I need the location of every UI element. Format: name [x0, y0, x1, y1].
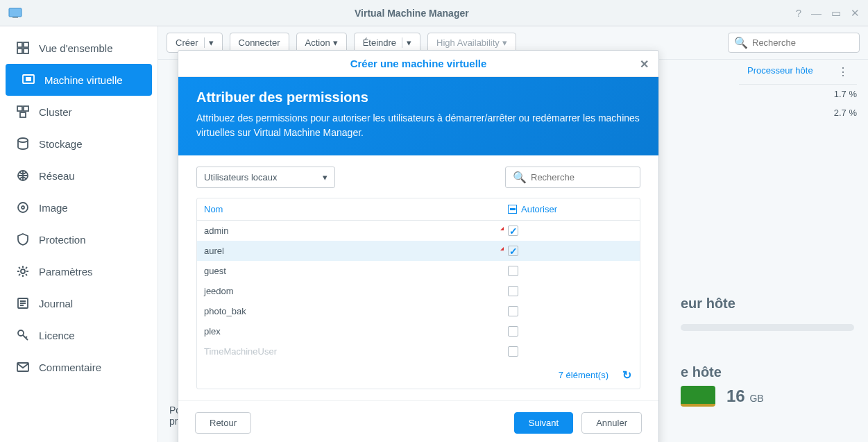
element-count: 7 élément(s) — [559, 370, 609, 380]
user-source-dropdown[interactable]: Utilisateurs locaux ▾ — [196, 167, 335, 188]
cpu-bar — [681, 324, 854, 331]
svg-point-13 — [18, 203, 28, 212]
authorize-checkbox[interactable] — [508, 326, 518, 337]
app-icon — [8, 8, 22, 19]
cpu-percent-row: 1.7 % — [739, 85, 857, 103]
host-cpu-column: Processeur hôte ⋮ — [739, 60, 857, 85]
sidebar-item-label: Image — [39, 202, 68, 214]
svg-point-14 — [22, 206, 24, 209]
sidebar-item-label: Licence — [39, 330, 75, 341]
modal-search[interactable]: 🔍 — [505, 167, 640, 188]
cluster-icon — [15, 105, 31, 118]
svg-rect-8 — [17, 106, 22, 111]
svg-point-11 — [18, 138, 28, 142]
modal-heading: Attribuer des permissions — [196, 90, 640, 105]
sidebar-item-label: Vue d'ensemble — [39, 42, 113, 54]
svg-rect-4 — [17, 49, 22, 53]
sidebar-item-comment[interactable]: Commentaire — [0, 351, 158, 383]
network-icon — [15, 169, 31, 182]
search-icon: 🔍 — [513, 171, 527, 184]
close-icon[interactable]: ✕ — [640, 58, 649, 71]
modal-description: Attribuez des permissions pour autoriser… — [196, 111, 640, 140]
authorize-checkbox[interactable] — [508, 266, 518, 276]
svg-rect-10 — [20, 112, 26, 117]
select-all-checkbox[interactable] — [508, 205, 517, 214]
next-button[interactable]: Suivant — [514, 412, 573, 434]
gear-icon — [15, 265, 31, 278]
authorize-checkbox[interactable] — [508, 246, 518, 256]
more-icon[interactable]: ⋮ — [831, 65, 849, 78]
help-icon[interactable]: ? — [796, 7, 801, 19]
cancel-button[interactable]: Annuler — [581, 412, 642, 434]
refresh-icon[interactable]: ↻ — [622, 368, 631, 382]
search-input[interactable] — [752, 37, 853, 48]
sidebar-item-image[interactable]: Image — [0, 192, 158, 223]
sidebar-item-label: Paramètres — [39, 266, 93, 278]
permission-row[interactable]: guest — [197, 261, 640, 281]
user-name: admin — [204, 226, 228, 236]
svg-rect-2 — [17, 42, 22, 47]
svg-rect-7 — [26, 77, 31, 81]
sidebar-item-network[interactable]: Réseau — [0, 160, 158, 192]
column-authorize[interactable]: Autoriser — [508, 204, 633, 214]
window-controls: ? ― ▭ ✕ — [796, 7, 860, 19]
sidebar-item-vm[interactable]: Machine virtuelle — [6, 64, 152, 96]
sidebar-item-label: Stockage — [39, 138, 83, 150]
permission-row[interactable]: aurel — [197, 241, 640, 261]
svg-point-17 — [18, 330, 24, 336]
vm-icon — [21, 74, 36, 86]
sidebar-item-settings[interactable]: Paramètres — [0, 255, 158, 287]
authorize-checkbox[interactable] — [508, 226, 518, 236]
svg-rect-5 — [24, 49, 28, 53]
user-name: TimeMachineUser — [204, 346, 277, 357]
sidebar-item-protection[interactable]: Protection — [0, 223, 158, 255]
mail-icon — [15, 361, 31, 373]
log-icon — [15, 297, 31, 309]
flag-icon — [500, 247, 504, 250]
authorize-checkbox[interactable] — [508, 306, 518, 316]
user-name: guest — [204, 266, 226, 276]
maximize-icon[interactable]: ▭ — [831, 7, 841, 19]
sidebar-item-label: Journal — [39, 298, 73, 309]
title-bar: Virtual Machine Manager ? ― ▭ ✕ — [0, 0, 868, 26]
minimize-icon[interactable]: ― — [811, 7, 822, 19]
authorize-checkbox[interactable] — [508, 286, 518, 296]
permission-row[interactable]: TimeMachineUser — [197, 341, 640, 362]
svg-rect-9 — [24, 106, 28, 111]
modal-title-bar: Créer une machine virtuelle ✕ — [178, 51, 658, 77]
sidebar-item-overview[interactable]: Vue d'ensemble — [0, 32, 158, 64]
permission-row[interactable]: photo_bak — [197, 301, 640, 321]
sidebar-item-label: Réseau — [39, 170, 75, 182]
protection-icon — [15, 233, 31, 246]
svg-rect-0 — [9, 8, 22, 17]
cpu-percent-row: 2.7 % — [739, 103, 857, 122]
toolbar-search[interactable]: 🔍 — [728, 33, 860, 53]
storage-icon — [15, 137, 31, 150]
sidebar-item-license[interactable]: Licence — [0, 319, 158, 351]
dashboard-icon — [15, 42, 31, 54]
cpu-chip-icon — [681, 386, 715, 407]
permission-row[interactable]: plex — [197, 321, 640, 341]
user-name: jeedom — [204, 286, 234, 296]
key-icon — [15, 329, 31, 341]
svg-rect-3 — [24, 42, 28, 47]
permissions-table: Nom Autoriser adminaurelguestjeedomphoto… — [196, 198, 640, 389]
user-name: aurel — [204, 246, 224, 256]
column-name[interactable]: Nom — [204, 204, 508, 214]
sidebar-item-storage[interactable]: Stockage — [0, 128, 158, 160]
permission-row[interactable]: admin — [197, 221, 640, 241]
authorize-checkbox[interactable] — [508, 346, 518, 357]
sidebar-item-log[interactable]: Journal — [0, 287, 158, 319]
back-button[interactable]: Retour — [195, 412, 251, 434]
sidebar-item-label: Commentaire — [39, 362, 101, 373]
modal-hero: Attribuer des permissions Attribuez des … — [178, 77, 658, 155]
permission-row[interactable]: jeedom — [197, 281, 640, 301]
flag-icon — [500, 227, 504, 230]
close-window-icon[interactable]: ✕ — [851, 7, 860, 19]
sidebar-item-label: Machine virtuelle — [44, 74, 123, 86]
modal-search-input[interactable] — [531, 172, 633, 182]
memory-value: 16 GB — [726, 386, 764, 406]
sidebar-item-cluster[interactable]: Cluster — [0, 96, 158, 128]
host-cpu-panel: eur hôte e hôte 16 GB — [681, 290, 854, 407]
svg-point-15 — [21, 269, 25, 273]
